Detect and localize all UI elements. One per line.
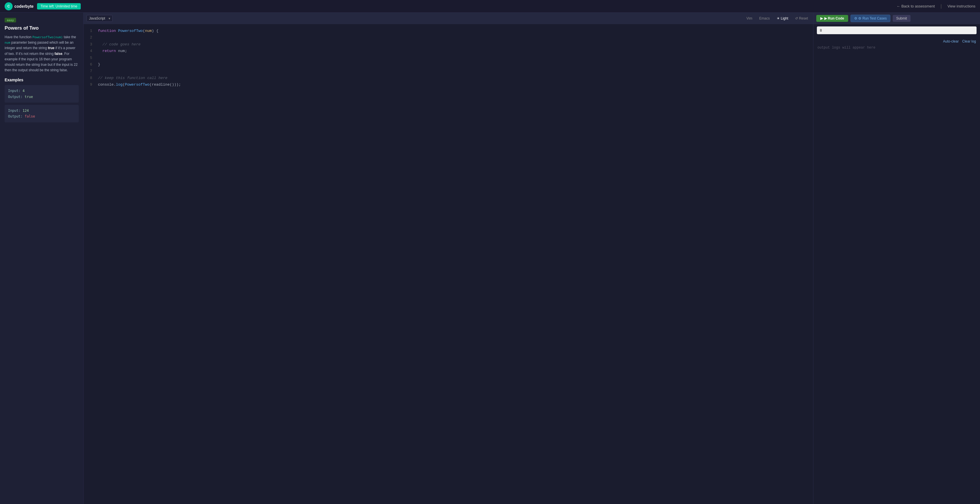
right-toolbar-left: ▶ ▶ Run Code ⚙ ⚙ Run Test Cases Submit xyxy=(816,14,910,22)
editor-toolbar: JavaScript Python Java C++ ▼ Vim Emacs ☀… xyxy=(84,13,813,24)
logo-text: coderbyte xyxy=(14,4,33,9)
language-select-wrapper[interactable]: JavaScript Python Java C++ ▼ xyxy=(86,15,113,22)
example-1-input: Input: 4 xyxy=(8,88,75,94)
input-area xyxy=(813,24,980,37)
right-toolbar: ▶ ▶ Run Code ⚙ ⚙ Run Test Cases Submit xyxy=(813,13,980,24)
editor-controls: Vim Emacs ☀ Light ↺ Reset xyxy=(744,15,810,22)
reset-button[interactable]: ↺ Reset xyxy=(793,15,810,22)
logo-icon: C xyxy=(5,2,13,10)
vim-button[interactable]: Vim xyxy=(744,15,754,22)
example-1: Input: 4 Output: true xyxy=(5,85,79,102)
submit-button[interactable]: Submit xyxy=(892,15,910,22)
nav-right: ← Back to assessment | View instructions xyxy=(897,4,975,9)
code-editor[interactable]: 1 2 3 4 5 6 7 8 9 function PowersofTwo(n… xyxy=(84,24,813,504)
gear-icon: ⚙ xyxy=(854,16,858,21)
left-panel: easy Powers of Two Have the function Pow… xyxy=(0,13,83,504)
run-test-label: ⚙ Run Test Cases xyxy=(858,16,887,21)
emacs-button[interactable]: Emacs xyxy=(757,15,772,22)
nav-divider: | xyxy=(941,4,942,9)
example-2-input: Input: 124 xyxy=(8,108,75,113)
light-label: Light xyxy=(781,16,788,21)
output-log: output logs will appear here xyxy=(818,45,976,51)
editor-panel: JavaScript Python Java C++ ▼ Vim Emacs ☀… xyxy=(83,13,813,504)
reset-label: Reset xyxy=(799,16,808,21)
right-panel: ▶ ▶ Run Code ⚙ ⚙ Run Test Cases Submit A… xyxy=(813,13,980,504)
logo: C coderbyte xyxy=(5,2,33,10)
sun-icon: ☀ xyxy=(776,16,780,21)
view-instructions-link[interactable]: View instructions xyxy=(948,4,975,8)
play-icon: ▶ xyxy=(820,16,823,21)
difficulty-badge: easy xyxy=(5,18,16,22)
stdin-input[interactable] xyxy=(817,26,977,34)
example-2: Input: 124 Output: false xyxy=(5,105,79,123)
problem-description: Have the function PowersofTwo(num) take … xyxy=(5,35,79,73)
line-numbers: 1 2 3 4 5 6 7 8 9 xyxy=(84,24,95,504)
main-layout: easy Powers of Two Have the function Pow… xyxy=(0,13,980,504)
back-to-assessment-link[interactable]: ← Back to assessment xyxy=(897,4,935,8)
clear-log-button[interactable]: Clear log xyxy=(962,39,976,43)
code-inline-1: PowersofTwo(num) xyxy=(32,35,63,39)
code-content[interactable]: function PowersofTwo(num) { // code goes… xyxy=(95,24,813,504)
output-area: Auto-clear Clear log output logs will ap… xyxy=(813,37,980,504)
output-controls: Auto-clear Clear log xyxy=(818,39,976,43)
timer-badge: Time left: Unlimited time xyxy=(37,3,81,10)
light-button[interactable]: ☀ Light xyxy=(774,15,791,22)
top-nav: C coderbyte Time left: Unlimited time ← … xyxy=(0,0,980,13)
run-code-label: ▶ Run Code xyxy=(824,16,844,21)
bold-true: true xyxy=(48,46,54,50)
run-test-cases-button[interactable]: ⚙ ⚙ Run Test Cases xyxy=(851,14,890,22)
language-select[interactable]: JavaScript Python Java C++ xyxy=(86,15,113,22)
example-1-output: Output: true xyxy=(8,94,75,100)
auto-clear-button[interactable]: Auto-clear xyxy=(943,39,959,43)
example-2-output: Output: false xyxy=(8,113,75,119)
reset-icon: ↺ xyxy=(795,16,798,21)
nav-left: C coderbyte Time left: Unlimited time xyxy=(5,2,81,10)
run-code-button[interactable]: ▶ ▶ Run Code xyxy=(816,15,848,22)
code-inline-2: num xyxy=(5,41,10,45)
examples-title: Examples xyxy=(5,78,79,82)
bold-false: false xyxy=(54,52,62,56)
problem-title: Powers of Two xyxy=(5,25,79,31)
